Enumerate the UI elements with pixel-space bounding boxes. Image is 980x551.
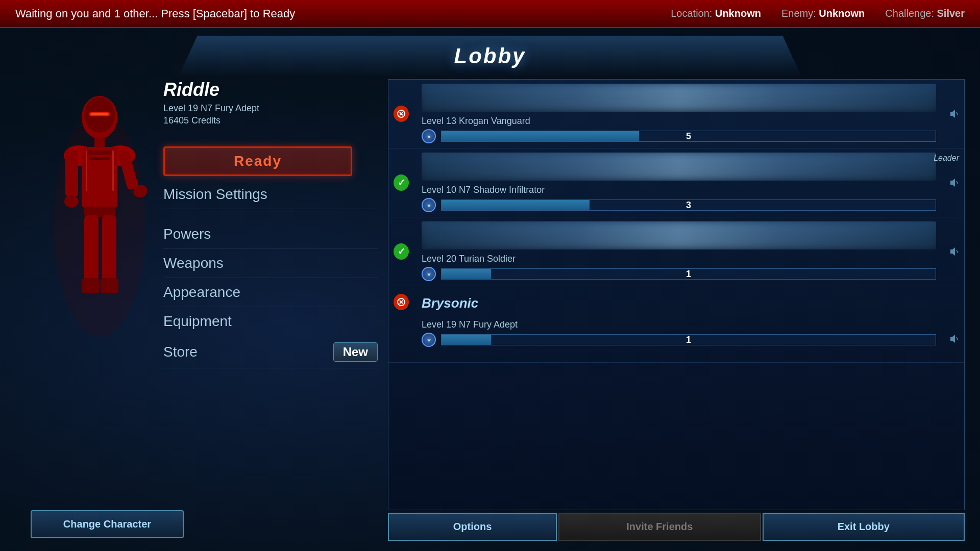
equipment-label: Equipment bbox=[163, 313, 232, 330]
player-3-class: Level 20 Turian Soldier bbox=[422, 254, 516, 264]
player-4-content: Level 19 N7 Fury Adept ★ 1 bbox=[414, 315, 944, 362]
player-3-level-bar: 1 bbox=[441, 268, 936, 280]
mission-settings-item[interactable]: Mission Settings bbox=[163, 180, 378, 209]
appearance-item[interactable]: Appearance bbox=[163, 278, 378, 307]
player-1-class: Level 13 Krogan Vanguard bbox=[422, 116, 530, 127]
svg-marker-29 bbox=[950, 247, 955, 256]
equipment-item[interactable]: Equipment bbox=[163, 307, 378, 336]
change-character-label: Change Character bbox=[63, 518, 151, 530]
player-3-avatar bbox=[422, 221, 936, 249]
player-1-avatar bbox=[422, 84, 936, 112]
lobby-title: Lobby bbox=[454, 44, 526, 68]
character-name: Riddle bbox=[163, 79, 378, 101]
svg-rect-16 bbox=[84, 215, 99, 282]
svg-rect-17 bbox=[102, 215, 116, 282]
challenge-info: Challenge: Silver bbox=[885, 8, 965, 19]
not-ready-icon-4 bbox=[394, 294, 409, 310]
enemy-label: Enemy: bbox=[781, 8, 816, 19]
player-4-class: Level 19 N7 Fury Adept bbox=[422, 319, 518, 330]
enemy-info: Enemy: Unknown bbox=[781, 8, 865, 19]
player-entry-2: ✓ Level 10 N7 Shadow Infiltrator ★ 3 Lea… bbox=[388, 148, 964, 217]
powers-label: Powers bbox=[163, 226, 211, 242]
svg-line-35 bbox=[957, 337, 958, 340]
player-2-level-bar-container: ★ 3 bbox=[422, 198, 936, 212]
ready-button-label: Ready bbox=[234, 153, 282, 169]
challenge-value: Silver bbox=[937, 8, 965, 19]
player-3-audio[interactable] bbox=[944, 217, 964, 286]
player-entry-1: Level 13 Krogan Vanguard ★ 5 bbox=[388, 80, 964, 148]
svg-rect-4 bbox=[91, 113, 108, 115]
appearance-label: Appearance bbox=[163, 284, 240, 300]
player-2-class-row: Level 10 N7 Shadow Infiltrator bbox=[422, 185, 936, 195]
player-entry-4: Brysonic Level 19 N7 Fury Adept ★ 1 bbox=[388, 286, 964, 363]
character-display bbox=[31, 71, 168, 357]
player-1-class-row: Level 13 Krogan Vanguard bbox=[422, 116, 936, 127]
top-banner: Waiting on you and 1 other... Press [Spa… bbox=[0, 0, 980, 28]
player-4-class-row: Level 19 N7 Fury Adept bbox=[422, 319, 936, 330]
player-1-level-bar: 5 bbox=[441, 131, 936, 142]
svg-rect-18 bbox=[82, 278, 100, 293]
svg-marker-27 bbox=[950, 179, 955, 187]
left-panel: Riddle Level 19 N7 Fury Adept 16405 Cred… bbox=[163, 79, 378, 510]
svg-rect-19 bbox=[101, 278, 118, 293]
player-3-content: Level 20 Turian Soldier ★ 1 bbox=[414, 217, 944, 286]
player-3-status-icon: ✓ bbox=[388, 217, 414, 286]
character-class: Level 19 N7 Fury Adept bbox=[163, 103, 378, 114]
player-3-class-row: Level 20 Turian Soldier bbox=[422, 254, 936, 264]
weapons-label: Weapons bbox=[163, 255, 224, 271]
bottom-buttons: Options Invite Friends Exit Lobby bbox=[388, 513, 965, 541]
svg-rect-21 bbox=[112, 151, 114, 191]
svg-rect-9 bbox=[87, 151, 112, 155]
player-4-level-icon: ★ bbox=[422, 333, 436, 347]
player-list-panel: Level 13 Krogan Vanguard ★ 5 ✓ Level 10 … bbox=[388, 79, 965, 510]
store-item[interactable]: Store New bbox=[163, 336, 378, 368]
player-2-status-icon: ✓ bbox=[388, 148, 414, 217]
enemy-value: Unknown bbox=[819, 8, 865, 19]
mission-settings-label: Mission Settings bbox=[163, 186, 267, 203]
player-1-level-icon: ★ bbox=[422, 129, 436, 143]
svg-marker-34 bbox=[950, 335, 955, 343]
leader-badge: Leader bbox=[934, 154, 959, 163]
waiting-text: Waiting on you and 1 other... Press [Spa… bbox=[15, 7, 671, 20]
player-2-class: Level 10 N7 Shadow Infiltrator bbox=[422, 185, 545, 195]
player-1-status-icon bbox=[388, 80, 414, 148]
player-4-status-icon bbox=[388, 289, 414, 315]
player-entry-3: ✓ Level 20 Turian Soldier ★ 1 bbox=[388, 217, 964, 286]
ready-icon-2: ✓ bbox=[394, 174, 409, 191]
ready-button[interactable]: Ready bbox=[163, 146, 352, 176]
change-character-button[interactable]: Change Character bbox=[31, 510, 184, 538]
exit-lobby-button[interactable]: Exit Lobby bbox=[763, 513, 965, 541]
invite-friends-button[interactable]: Invite Friends bbox=[558, 513, 761, 541]
svg-point-12 bbox=[64, 195, 79, 208]
menu-separator bbox=[163, 212, 352, 212]
player-4-name: Brysonic bbox=[414, 290, 486, 314]
svg-line-26 bbox=[957, 112, 958, 115]
player-4-level-bar: 1 bbox=[441, 334, 936, 345]
player-2-content: Level 10 N7 Shadow Infiltrator ★ 3 bbox=[414, 148, 944, 217]
player-4-level-bar-container: ★ 1 bbox=[422, 333, 936, 347]
location-info: Location: Unknown bbox=[671, 8, 761, 19]
player-1-content: Level 13 Krogan Vanguard ★ 5 bbox=[414, 80, 944, 148]
options-button[interactable]: Options bbox=[388, 513, 557, 541]
player-3-level-value: 1 bbox=[686, 269, 691, 280]
player-2-level-icon: ★ bbox=[422, 198, 436, 212]
player-1-level-bar-container: ★ 5 bbox=[422, 129, 936, 143]
svg-rect-5 bbox=[94, 138, 105, 148]
location-value: Unknown bbox=[715, 8, 761, 19]
svg-line-28 bbox=[957, 181, 958, 184]
new-badge: New bbox=[333, 342, 378, 362]
player-1-level-value: 5 bbox=[686, 131, 691, 142]
challenge-label: Challenge: bbox=[885, 8, 934, 19]
player-3-level-bar-container: ★ 1 bbox=[422, 267, 936, 281]
not-ready-icon-1 bbox=[394, 106, 409, 122]
banner-info: Location: Unknown Enemy: Unknown Challen… bbox=[671, 8, 965, 19]
player-4-audio[interactable] bbox=[944, 315, 964, 362]
weapons-item[interactable]: Weapons bbox=[163, 249, 378, 278]
player-4-level-value: 1 bbox=[686, 335, 691, 345]
powers-item[interactable]: Powers bbox=[163, 220, 378, 249]
player-1-audio[interactable] bbox=[944, 80, 964, 148]
player-2-level-bar: 3 bbox=[441, 199, 936, 211]
svg-rect-10 bbox=[89, 157, 110, 160]
svg-marker-25 bbox=[950, 110, 955, 118]
character-credits: 16405 Credits bbox=[163, 115, 378, 126]
